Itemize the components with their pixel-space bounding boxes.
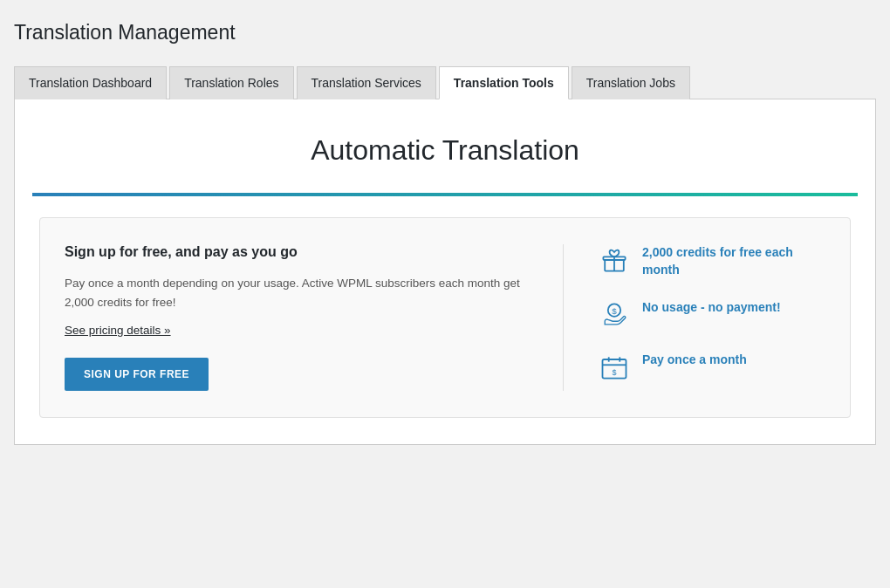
gradient-divider	[32, 193, 858, 196]
signup-card: Sign up for free, and pay as you go Pay …	[39, 217, 851, 418]
feature-no-usage: $ No usage - no payment!	[599, 299, 825, 331]
feature-pay-month-text: Pay once a month	[642, 352, 747, 369]
pricing-link[interactable]: See pricing details »	[65, 324, 528, 337]
tab-translation-services[interactable]: Translation Services	[297, 66, 436, 99]
feature-credits-text: 2,000 credits for free each month	[642, 244, 825, 278]
calendar-dollar-icon: $	[599, 352, 630, 383]
page-title: Translation Management	[14, 14, 876, 51]
feature-no-usage-text: No usage - no payment!	[642, 299, 781, 317]
card-features: 2,000 credits for free each month $ No u…	[564, 244, 825, 391]
feature-credits: 2,000 credits for free each month	[599, 244, 825, 278]
signup-button[interactable]: SIGN UP FOR FREE	[65, 358, 209, 391]
tabs-navigation: Translation Dashboard Translation Roles …	[14, 65, 876, 99]
gift-icon	[599, 244, 630, 276]
tab-translation-roles[interactable]: Translation Roles	[169, 66, 293, 99]
card-left-section: Sign up for free, and pay as you go Pay …	[65, 244, 564, 391]
feature-pay-month: $ Pay once a month	[599, 352, 825, 383]
auto-translation-title: Automatic Translation	[32, 134, 858, 167]
tab-translation-dashboard[interactable]: Translation Dashboard	[14, 66, 167, 99]
svg-text:$: $	[612, 306, 617, 316]
hand-dollar-icon: $	[599, 299, 630, 331]
card-description: Pay once a month depending on your usage…	[65, 274, 528, 311]
svg-text:$: $	[612, 368, 616, 377]
tab-content-tools: Automatic Translation Sign up for free, …	[14, 99, 876, 445]
tab-translation-tools[interactable]: Translation Tools	[439, 66, 569, 99]
card-headline: Sign up for free, and pay as you go	[65, 244, 528, 260]
tab-translation-jobs[interactable]: Translation Jobs	[572, 66, 690, 99]
